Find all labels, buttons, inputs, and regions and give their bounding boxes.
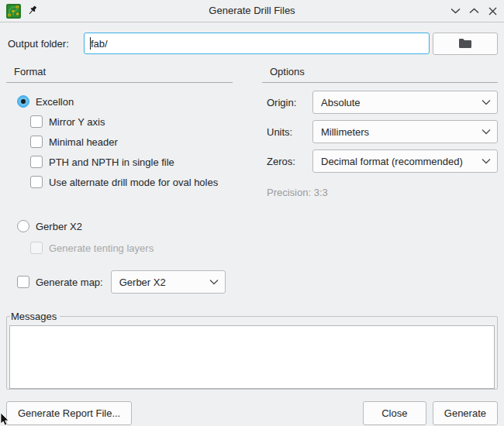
units-label: Units:: [262, 126, 312, 138]
radio-gerber-x2[interactable]: Gerber X2: [17, 218, 233, 235]
pin-icon[interactable]: [28, 5, 39, 16]
output-folder-label: Output folder:: [6, 38, 84, 50]
kicad-pcbnew-app-icon: [6, 4, 21, 19]
precision-value: Precision: 3:3: [262, 187, 498, 198]
zeros-label: Zeros:: [262, 156, 312, 167]
chevron-down-icon: [482, 99, 491, 105]
mouse-cursor: [0, 413, 11, 426]
radio-unselected-icon[interactable]: [17, 220, 29, 232]
radio-excellon[interactable]: Excellon: [17, 93, 233, 110]
messages-label: Messages: [10, 311, 60, 322]
minimize-button[interactable]: [450, 5, 461, 16]
chevron-down-icon: [482, 158, 491, 164]
maximize-button[interactable]: [468, 5, 479, 16]
folder-icon: [458, 38, 472, 49]
titlebar[interactable]: Generate Drill Files: [0, 0, 504, 22]
checkbox-icon[interactable]: [30, 136, 43, 148]
options-section-header: Options: [262, 66, 498, 83]
close-button[interactable]: Close: [363, 401, 426, 425]
messages-output[interactable]: [9, 325, 495, 389]
checkbox-minimal-header[interactable]: Minimal header: [30, 132, 233, 152]
units-select[interactable]: Millimeters: [312, 120, 498, 143]
checkbox-generate-map[interactable]: Generate map:: [17, 276, 111, 288]
browse-folder-button[interactable]: [433, 33, 498, 55]
checkbox-icon[interactable]: [30, 176, 43, 188]
origin-select[interactable]: Absolute: [312, 91, 498, 114]
generate-report-file-button[interactable]: Generate Report File...: [6, 401, 132, 425]
checkbox-icon[interactable]: [17, 276, 29, 288]
checkbox-icon[interactable]: [30, 156, 43, 168]
generate-drill-files-dialog: Generate Drill Files Output folder:: [0, 0, 504, 426]
radio-selected-icon[interactable]: [17, 95, 29, 108]
chevron-down-icon: [209, 279, 219, 285]
zeros-select[interactable]: Decimal format (recommended): [312, 149, 498, 173]
close-window-icon[interactable]: [487, 5, 498, 16]
format-section-header: Format: [6, 66, 233, 83]
chevron-down-icon: [482, 129, 491, 135]
window-title: Generate Drill Files: [0, 0, 504, 21]
generate-button[interactable]: Generate: [433, 401, 498, 425]
checkbox-alternate-drill-mode[interactable]: Use alternate drill mode for oval holes: [30, 172, 233, 192]
origin-label: Origin:: [262, 97, 312, 108]
map-format-select[interactable]: Gerber X2: [111, 270, 226, 294]
checkbox-pth-npth-single-file[interactable]: PTH and NPTH in single file: [30, 152, 233, 172]
messages-group: Messages: [6, 311, 498, 390]
checkbox-generate-tenting-layers: Generate tenting layers: [30, 238, 233, 258]
checkbox-disabled-icon: [30, 242, 43, 254]
checkbox-icon[interactable]: [30, 115, 43, 128]
output-folder-input[interactable]: [84, 33, 430, 54]
checkbox-mirror-y-axis[interactable]: Mirror Y axis: [30, 112, 233, 132]
text-caret: [90, 37, 91, 50]
